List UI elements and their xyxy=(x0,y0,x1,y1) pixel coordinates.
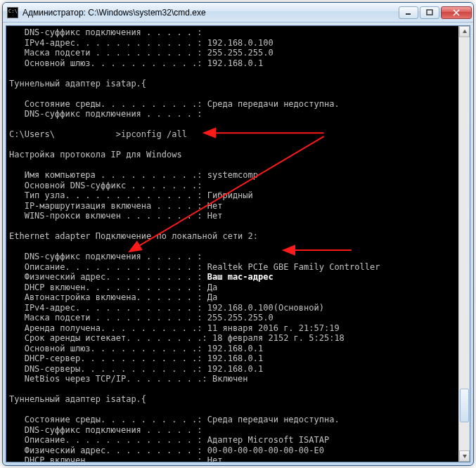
line: Состояние среды. . . . . . . . . .: Сред… xyxy=(9,415,340,424)
line: Маска подсети . . . . . . . . . . : 255.… xyxy=(9,313,274,323)
cmd-icon xyxy=(7,7,18,18)
line: DHCP включен. . . . . . . . . . . : Да xyxy=(9,282,217,292)
line: DHCP-сервер. . . . . . . . . . . .: 192.… xyxy=(9,353,263,363)
window-title: Администратор: C:\Windows\system32\cmd.e… xyxy=(22,8,397,18)
line: Имя компьютера . . . . . . . . . .: syst… xyxy=(9,170,258,180)
line: NetBios через TCP/IP. . . . . . . .: Вкл… xyxy=(9,374,248,384)
cmd-window: Администратор: C:\Windows\system32\cmd.e… xyxy=(2,2,474,466)
client-area: DNS-суффикс подключения . . . . . : IPv4… xyxy=(6,25,470,462)
line: DNS-суффикс подключения . . . . . : xyxy=(9,425,202,435)
line: Туннельный адаптер isatap.{ xyxy=(9,394,146,404)
line: IP-маршрутизация включена . . . . : Нет xyxy=(9,201,222,211)
line: Описание. . . . . . . . . . . . . : Real… xyxy=(9,262,380,272)
line: DNS-серверы. . . . . . . . . . . .: 192.… xyxy=(9,364,263,374)
line: DNS-суффикс подключения . . . . . : xyxy=(9,109,202,119)
terminal-output[interactable]: DNS-суффикс подключения . . . . . : IPv4… xyxy=(6,26,458,462)
line: Срок аренды истекает. . . . . . . .: 18 … xyxy=(9,333,345,343)
vertical-scrollbar[interactable] xyxy=(458,26,470,462)
line: Физический адрес. . . . . . . . . : 00-0… xyxy=(9,446,324,455)
line: Тип узла. . . . . . . . . . . . . : Гибр… xyxy=(9,190,253,200)
scroll-track[interactable] xyxy=(459,37,470,450)
line: Автонастройка включена. . . . . . : Да xyxy=(9,292,217,302)
line: IPv4-адрес. . . . . . . . . . . . : 192.… xyxy=(9,38,274,48)
scroll-up-button[interactable] xyxy=(459,26,470,37)
line: Ethernet adapter Подключение по локально… xyxy=(9,231,258,241)
line: Описание. . . . . . . . . . . . . : Адап… xyxy=(9,435,329,445)
line: Туннельный адаптер isatap.{ xyxy=(9,79,146,89)
close-button[interactable] xyxy=(441,6,472,19)
line: Основной шлюз. . . . . . . . . . .: 192.… xyxy=(9,344,263,353)
scroll-down-button[interactable] xyxy=(459,450,470,462)
line: WINS-прокси включен . . . . . . . : Нет xyxy=(9,211,222,221)
maximize-button[interactable] xyxy=(420,6,439,19)
line: DHCP включен. . . . . . . . . . . : Нет xyxy=(9,455,222,462)
line: Основной DNS-суффикс . . . . . . .: xyxy=(9,181,202,190)
line: DNS-суффикс подключения . . . . . : xyxy=(9,252,202,261)
line: Аренда получена. . . . . . . . . .: 11 я… xyxy=(9,323,340,333)
mac-line: Физический адрес. . . . . . . . . : Ваш … xyxy=(9,272,274,282)
line: Основной шлюз. . . . . . . . . . .: 192.… xyxy=(9,58,263,68)
line: Настройка протокола IP для Windows xyxy=(9,150,182,160)
scroll-thumb[interactable] xyxy=(460,389,469,422)
line: Маска подсети . . . . . . . . . . : 255.… xyxy=(9,48,274,58)
line: IPv4-адрес. . . . . . . . . . . . : 192.… xyxy=(9,303,324,313)
titlebar[interactable]: Администратор: C:\Windows\system32\cmd.e… xyxy=(3,3,473,22)
minimize-button[interactable] xyxy=(399,6,418,19)
line: Состояние среды. . . . . . . . . .: Сред… xyxy=(9,99,340,109)
prompt-line: C:\Users\ >ipconfig /all xyxy=(9,129,187,139)
mac-annotation: Ваш mac-адрес xyxy=(207,272,274,282)
line: DNS-суффикс подключения . . . . . : xyxy=(9,27,202,37)
svg-rect-1 xyxy=(427,10,432,15)
